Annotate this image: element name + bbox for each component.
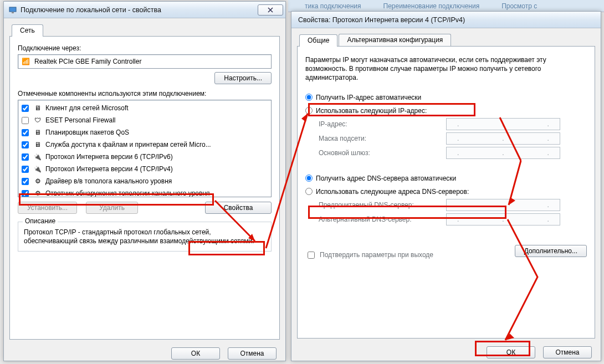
- cancel-button[interactable]: Отмена: [543, 346, 592, 358]
- ip-address-field: ...: [446, 118, 560, 130]
- cancel-button[interactable]: Отмена: [228, 347, 277, 360]
- proto-icon: [33, 151, 42, 162]
- subnet-mask-field: ...: [446, 132, 560, 145]
- ok-button[interactable]: ОК: [487, 346, 535, 358]
- checkbox-input[interactable]: [22, 129, 29, 136]
- checkbox-input[interactable]: [22, 105, 29, 112]
- list-item[interactable]: Протокол Интернета версии 4 (TCP/IPv4): [21, 163, 269, 175]
- adapter-box[interactable]: Realtek PCIe GBE Family Controller: [18, 54, 272, 69]
- svg-rect-0: [9, 7, 16, 12]
- svc-icon: [33, 127, 42, 138]
- svc-icon: [33, 102, 42, 114]
- window-title: Свойства: Протокол Интернета версии 4 (T…: [296, 16, 598, 24]
- list-item-label: Клиент для сетей Microsoft: [45, 102, 129, 114]
- drv-icon: [33, 188, 42, 197]
- subnet-mask-label: Маска подсети:: [319, 135, 441, 142]
- components-label: Отмеченные компоненты используются этим …: [18, 90, 272, 98]
- radio-input[interactable]: [305, 94, 313, 101]
- window-title: Подключение по локальной сети - свойства: [21, 6, 258, 14]
- ipv4-properties-window: Свойства: Протокол Интернета версии 4 (T…: [291, 11, 601, 361]
- description-text: Протокол TCP/IP - стандартный протокол г…: [24, 228, 265, 245]
- radio-input[interactable]: [305, 175, 313, 182]
- list-item[interactable]: Клиент для сетей Microsoft: [21, 102, 269, 114]
- gateway-label: Основной шлюз:: [319, 149, 441, 157]
- list-item-label: Служба доступа к файлам и принтерам сете…: [45, 139, 211, 150]
- list-item-label: Планировщик пакетов QoS: [45, 127, 129, 138]
- gateway-field: ...: [446, 147, 560, 159]
- titlebar: Подключение по локальной сети - свойства: [4, 2, 285, 18]
- ok-button[interactable]: ОК: [171, 347, 220, 360]
- radio-label: Использовать следующие адреса DNS-сервер…: [316, 188, 469, 196]
- checkbox-input[interactable]: [22, 141, 29, 148]
- list-item[interactable]: Ответчик обнаружения топологии канальног…: [21, 187, 269, 197]
- network-icon: [8, 6, 17, 14]
- list-item[interactable]: ESET Personal Firewall: [21, 114, 269, 126]
- bg-item: Переименование подключения: [383, 2, 480, 10]
- checkbox-input[interactable]: [22, 153, 29, 161]
- close-button[interactable]: [258, 4, 283, 16]
- configure-button[interactable]: Настроить...: [214, 72, 272, 84]
- lan-properties-window: Подключение по локальной сети - свойства…: [3, 1, 286, 361]
- ip-group: Получить IP-адрес автоматически Использо…: [305, 93, 587, 159]
- checkbox-input[interactable]: [22, 190, 29, 197]
- tab-network[interactable]: Сеть: [12, 24, 43, 37]
- bg-item: Просмотр с: [501, 2, 537, 10]
- checkbox-label: Подтвердить параметры при выходе: [320, 251, 433, 259]
- adapter-name: Realtek PCIe GBE Family Controller: [34, 58, 141, 65]
- tab-general[interactable]: Общие: [299, 34, 337, 47]
- radio-input[interactable]: [305, 188, 313, 195]
- pref-dns-field: ...: [446, 199, 560, 211]
- properties-button[interactable]: Свойства: [205, 202, 272, 214]
- radio-label: Получить адрес DNS-сервера автоматически: [316, 175, 456, 182]
- tab-panel: Параметры IP могут назначаться автоматич…: [297, 46, 595, 339]
- install-button[interactable]: Установить...: [18, 202, 77, 214]
- connect-via-label: Подключение через:: [18, 44, 272, 52]
- checkbox-input[interactable]: [22, 166, 29, 173]
- alt-dns-label: Альтернативный DNS-сервер:: [319, 216, 441, 223]
- radio-label: Использовать следующий IP-адрес:: [316, 107, 427, 115]
- ip-manual-radio[interactable]: Использовать следующий IP-адрес:: [305, 106, 587, 116]
- list-item-label: Ответчик обнаружения топологии канальног…: [45, 188, 210, 197]
- list-item[interactable]: Служба доступа к файлам и принтерам сете…: [21, 139, 269, 151]
- checkbox-input[interactable]: [22, 117, 29, 124]
- dns-manual-radio[interactable]: Использовать следующие адреса DNS-сервер…: [305, 187, 587, 197]
- list-item-label: Протокол Интернета версии 4 (TCP/IPv4): [45, 163, 173, 175]
- background-menu: тика подключения Переименование подключе…: [288, 0, 604, 12]
- close-icon: [268, 7, 273, 13]
- alt-dns-field: ...: [446, 213, 560, 225]
- uninstall-button[interactable]: Удалить: [86, 202, 138, 214]
- dns-auto-radio[interactable]: Получить адрес DNS-сервера автоматически: [305, 173, 587, 183]
- svc-icon: [33, 139, 42, 150]
- nic-icon: [22, 58, 30, 65]
- dns-group: Получить адрес DNS-сервера автоматически…: [305, 173, 587, 225]
- description-group: Описание Протокол TCP/IP - стандартный п…: [18, 222, 272, 252]
- ip-auto-radio[interactable]: Получить IP-адрес автоматически: [305, 93, 587, 102]
- bg-item: тика подключения: [305, 2, 361, 10]
- proto-icon: [33, 163, 42, 175]
- radio-input[interactable]: [305, 107, 313, 114]
- tab-alternate[interactable]: Альтернативная конфигурация: [339, 34, 451, 46]
- checkbox-input[interactable]: [22, 178, 29, 185]
- titlebar: Свойства: Протокол Интернета версии 4 (T…: [291, 12, 601, 28]
- ip-address-label: IP-адрес:: [319, 120, 441, 128]
- tab-panel: Подключение через: Realtek PCIe GBE Fami…: [9, 36, 280, 340]
- list-item-label: Драйвер в/в тополога канального уровня: [45, 176, 172, 187]
- checkbox-input[interactable]: [308, 252, 315, 259]
- fw-icon: [33, 115, 42, 126]
- list-item[interactable]: Протокол Интернета версии 6 (TCP/IPv6): [21, 151, 269, 163]
- description-title: Описание: [23, 217, 58, 225]
- pref-dns-label: Предпочитаемый DNS-сервер:: [319, 201, 441, 209]
- radio-label: Получить IP-адрес автоматически: [316, 94, 421, 101]
- list-item-label: ESET Personal Firewall: [45, 115, 116, 126]
- list-item[interactable]: Планировщик пакетов QoS: [21, 126, 269, 139]
- confirm-on-exit[interactable]: Подтвердить параметры при выходе: [305, 250, 433, 260]
- intro-text: Параметры IP могут назначаться автоматич…: [305, 55, 587, 83]
- drv-icon: [33, 176, 42, 187]
- advanced-button[interactable]: Дополнительно...: [515, 245, 587, 257]
- svg-rect-1: [12, 12, 14, 13]
- list-item-label: Протокол Интернета версии 6 (TCP/IPv6): [45, 151, 173, 162]
- list-item[interactable]: Драйвер в/в тополога канального уровня: [21, 175, 269, 187]
- components-list[interactable]: Клиент для сетей MicrosoftESET Personal …: [18, 100, 272, 197]
